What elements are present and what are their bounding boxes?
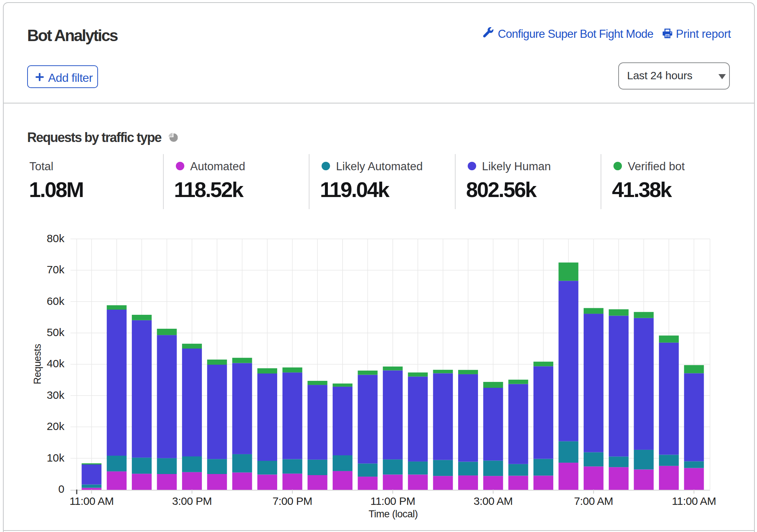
svg-text:50k: 50k [47,326,65,338]
svg-text:0: 0 [58,483,65,495]
svg-text:7:00 PM: 7:00 PM [272,495,312,507]
svg-text:3:00 PM: 3:00 PM [172,495,212,507]
svg-text:Requests: Requests [32,344,43,384]
svg-text:60k: 60k [47,295,65,307]
svg-text:30k: 30k [47,389,65,401]
svg-text:11:00 PM: 11:00 PM [370,495,415,507]
svg-text:11:00 AM: 11:00 AM [672,495,716,507]
svg-text:Time (local): Time (local) [369,509,418,520]
svg-text:20k: 20k [47,420,65,432]
svg-text:40k: 40k [47,357,65,369]
svg-text:7:00 AM: 7:00 AM [574,495,613,507]
svg-text:70k: 70k [47,263,65,276]
svg-text:11:00 AM: 11:00 AM [69,495,114,507]
svg-text:3:00 AM: 3:00 AM [474,495,513,507]
svg-text:80k: 80k [47,232,65,244]
svg-text:10k: 10k [47,452,65,464]
